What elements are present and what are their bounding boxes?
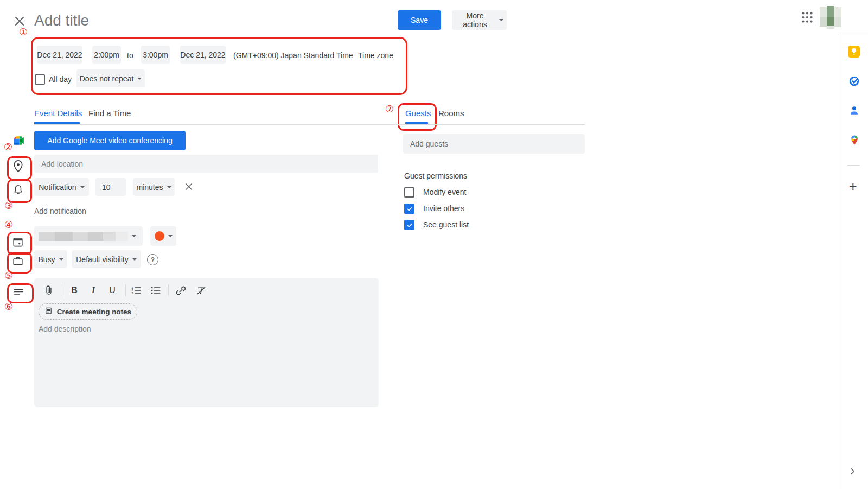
calendar-name-redacted <box>39 232 128 241</box>
invite-others-checkbox[interactable] <box>404 204 414 214</box>
chevron-down-icon <box>167 186 171 188</box>
briefcase-icon <box>11 255 24 270</box>
add-guests-input[interactable]: Add guests <box>403 134 585 154</box>
notification-unit-value: minutes <box>136 183 163 192</box>
side-panel-icons-divider <box>847 165 860 166</box>
side-panel-divider <box>838 34 838 489</box>
annotation-1: ① <box>19 27 28 37</box>
description-lines-icon <box>12 285 25 300</box>
google-keep-icon[interactable] <box>848 46 860 60</box>
end-time-field[interactable]: 3:00pm <box>141 46 170 64</box>
chevron-down-icon <box>499 19 503 21</box>
remove-notification-icon[interactable] <box>183 181 194 194</box>
guests-tab-underline <box>405 122 428 124</box>
active-tab-underline <box>34 122 80 124</box>
modify-event-label: Modify event <box>423 188 466 196</box>
add-guests-placeholder: Add guests <box>410 139 448 148</box>
annotation-7: ⑦ <box>385 104 394 114</box>
toolbar-separator <box>168 284 169 296</box>
event-editor-page: Add title Save More actions ① Dec 21, 20… <box>0 0 868 489</box>
end-date-field[interactable]: Dec 21, 2022 <box>180 46 226 64</box>
close-icon[interactable] <box>13 15 26 28</box>
get-addons-plus-icon[interactable]: + <box>849 180 857 193</box>
annotation-2: ② <box>4 142 12 152</box>
calendar-icon <box>11 236 24 251</box>
help-icon[interactable]: ? <box>147 254 158 265</box>
google-contacts-icon[interactable] <box>848 105 860 118</box>
notification-bell-icon <box>12 183 24 198</box>
create-meeting-notes-label: Create meeting notes <box>57 308 131 316</box>
tab-guests[interactable]: Guests <box>405 109 431 118</box>
event-color-dropdown[interactable] <box>150 226 176 246</box>
clear-formatting-icon[interactable] <box>194 283 208 297</box>
location-input[interactable]: Add location <box>34 155 378 173</box>
all-day-checkbox[interactable] <box>35 74 45 85</box>
busy-value: Busy <box>38 255 55 264</box>
visibility-value: Default visibility <box>76 255 128 264</box>
tab-event-details[interactable]: Event Details <box>34 109 82 118</box>
notification-unit-dropdown[interactable]: minutes <box>133 178 175 196</box>
busy-dropdown[interactable]: Busy <box>34 250 67 268</box>
chevron-down-icon <box>59 258 63 261</box>
location-placeholder: Add location <box>41 160 83 168</box>
description-placeholder: Add description <box>39 325 91 333</box>
google-maps-icon[interactable] <box>849 135 860 148</box>
all-day-label: All day <box>49 75 72 84</box>
see-guest-list-checkbox[interactable] <box>404 220 414 230</box>
add-notification-link[interactable]: Add notification <box>34 207 86 215</box>
modify-event-checkbox[interactable] <box>404 187 414 198</box>
calendar-select-dropdown[interactable] <box>34 226 143 246</box>
event-title-input[interactable]: Add title <box>34 12 89 29</box>
tab-find-a-time[interactable]: Find a Time <box>88 109 131 118</box>
chevron-down-icon <box>132 235 136 237</box>
more-actions-label: More actions <box>455 11 495 29</box>
event-color-swatch <box>155 231 164 241</box>
side-panel-top-border <box>838 34 868 34</box>
timezone-button[interactable]: Time zone <box>358 51 393 60</box>
annotation-3: ③ <box>4 201 13 211</box>
add-meet-button[interactable]: Add Google Meet video conferencing <box>34 131 186 150</box>
recurrence-dropdown[interactable]: Does not repeat <box>76 69 145 87</box>
toolbar-separator <box>125 284 126 296</box>
guest-permissions-title: Guest permissions <box>404 172 467 180</box>
annotation-4: ④ <box>4 220 13 230</box>
notification-minutes-input[interactable]: 10 <box>95 178 126 196</box>
notification-type-value: Notification <box>39 183 76 192</box>
chevron-down-icon <box>80 186 85 188</box>
attachment-icon[interactable] <box>42 283 56 297</box>
bold-button[interactable]: B <box>67 283 81 297</box>
chevron-down-icon <box>137 78 142 80</box>
start-date-field[interactable]: Dec 21, 2022 <box>37 46 82 64</box>
invite-others-label: Invite others <box>423 204 464 213</box>
chevron-down-icon <box>132 258 137 261</box>
annotation-6: ⑥ <box>4 302 13 312</box>
google-meet-icon <box>14 136 24 147</box>
avatar[interactable] <box>820 6 841 29</box>
toolbar-separator <box>61 284 61 296</box>
annotation-5: ⑤ <box>4 271 13 281</box>
visibility-dropdown[interactable]: Default visibility <box>72 250 141 268</box>
svg-text:3: 3 <box>131 291 133 295</box>
see-guest-list-label: See guest list <box>423 220 469 229</box>
bulleted-list-icon[interactable] <box>149 283 163 297</box>
timezone-label: (GMT+09:00) Japan Standard Time <box>233 51 353 60</box>
to-label: to <box>127 51 133 60</box>
document-icon <box>44 307 53 317</box>
notification-type-dropdown[interactable]: Notification <box>34 178 89 196</box>
save-button[interactable]: Save <box>398 10 441 30</box>
google-apps-grid-icon[interactable] <box>800 10 814 27</box>
chevron-down-icon <box>168 235 173 237</box>
recurrence-value: Does not repeat <box>80 74 134 83</box>
underline-button[interactable]: U <box>105 283 119 297</box>
tabs-divider <box>34 124 585 125</box>
google-tasks-icon[interactable] <box>848 75 860 89</box>
collapse-panel-chevron-icon[interactable] <box>848 467 857 478</box>
more-actions-button[interactable]: More actions <box>452 10 507 30</box>
numbered-list-icon[interactable]: 1 2 3 <box>129 283 143 297</box>
insert-link-icon[interactable] <box>174 283 188 297</box>
location-pin-icon <box>11 159 25 176</box>
create-meeting-notes-button[interactable]: Create meeting notes <box>39 303 137 320</box>
italic-button[interactable]: I <box>86 283 100 297</box>
start-time-field[interactable]: 2:00pm <box>92 46 121 64</box>
tab-rooms[interactable]: Rooms <box>438 109 464 118</box>
